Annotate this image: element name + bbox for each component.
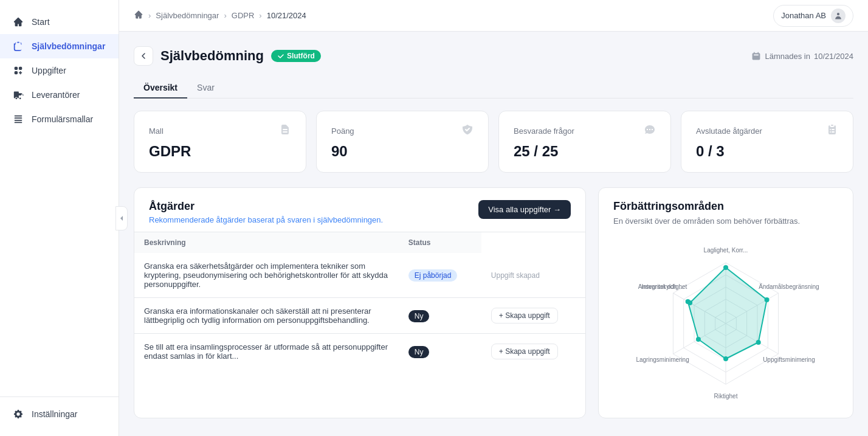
- main-content: › Självbedömningar › GDPR › 10/21/2024 J…: [119, 0, 868, 436]
- sidebar-item-start[interactable]: Start: [0, 10, 119, 34]
- shield-icon: [461, 123, 474, 138]
- radar-subtitle: En översikt över de områden som behöver …: [613, 216, 838, 226]
- stat-card-avslutade: Avslutade åtgärder 0 / 3: [681, 111, 853, 173]
- skapa-uppgift-button[interactable]: + Skapa uppgift: [491, 344, 558, 359]
- stat-value-poang: 90: [331, 143, 474, 160]
- table-row: Granska era säkerhetsåtgärder och implem…: [134, 253, 585, 298]
- badge-label: Slutförd: [287, 52, 315, 60]
- home-breadcrumb-icon: [134, 10, 143, 21]
- page-header: Självbedömning Slutförd Lämnades in 10/2…: [134, 46, 853, 66]
- table-row: Se till att era insamlingsprocesser är u…: [134, 334, 585, 370]
- breadcrumb-sep-3: ›: [259, 11, 261, 20]
- visa-alla-button[interactable]: Visa alla uppgifter →: [478, 200, 571, 219]
- sidebar: Start Självbedömningar Uppgifter Leveran…: [0, 0, 119, 436]
- submitted-date-value: 10/21/2024: [814, 52, 853, 61]
- svg-text:Ändamålsbegränsning: Ändamålsbegränsning: [759, 283, 819, 290]
- sidebar-item-installningar-label: Inställningar: [32, 409, 78, 419]
- svg-text:Ansvarsskyldighet: Ansvarsskyldighet: [638, 283, 687, 290]
- tabs: Översikt Svar: [134, 78, 853, 99]
- sidebar-item-leverantorer[interactable]: Leverantörer: [0, 83, 119, 107]
- stat-label-avslutade: Avslutade åtgärder: [696, 126, 762, 136]
- sidebar-item-uppgifter[interactable]: Uppgifter: [0, 58, 119, 83]
- tab-oversikt[interactable]: Översikt: [134, 78, 187, 99]
- action-description: Se till att era insamlingsprocesser är u…: [134, 334, 399, 370]
- svg-point-14: [765, 297, 770, 302]
- status-badge: Ny: [408, 310, 430, 322]
- task-created-label: Uppgift skapad: [491, 271, 540, 280]
- breadcrumb-date: 10/21/2024: [267, 11, 306, 20]
- stat-card-besvarade: Besvarade frågor 25 / 25: [498, 111, 671, 173]
- skapa-uppgift-button[interactable]: + Skapa uppgift: [491, 308, 558, 324]
- actions-card: Åtgärder Rekommenderade åtgärder baserat…: [134, 187, 586, 418]
- action-description: Granska era informationskanaler och säke…: [134, 298, 399, 334]
- truck-icon: [12, 89, 24, 101]
- list-icon: [826, 123, 838, 138]
- radar-chart: Laglighet, Korr...ÄndamålsbegränsningUpp…: [613, 235, 838, 406]
- breadcrumb-sep-2: ›: [224, 11, 226, 20]
- action-button-cell: + Skapa uppgift: [481, 298, 585, 334]
- home-icon: [12, 16, 24, 28]
- sidebar-collapse-btn[interactable]: [115, 206, 128, 230]
- actions-table-wrapper: Beskrivning Status Granska era säkerhets…: [134, 232, 585, 369]
- svg-point-19: [687, 300, 692, 305]
- svg-point-15: [756, 340, 761, 345]
- sidebar-item-sjalvbedomningar[interactable]: Självbedömningar: [0, 34, 119, 58]
- stat-label-poang: Poäng: [331, 126, 354, 136]
- chat-icon: [644, 123, 656, 138]
- sidebar-item-formularmallar-label: Formulärsmallar: [32, 114, 93, 124]
- user-badge[interactable]: Jonathan AB: [773, 5, 853, 27]
- submitted-info: Lämnades in 10/21/2024: [751, 51, 853, 61]
- breadcrumb-sjalvbedomningar[interactable]: Självbedömningar: [156, 11, 219, 20]
- forms-icon: [12, 113, 24, 125]
- action-button-cell: Uppgift skapad: [481, 253, 585, 298]
- status-badge: Slutförd: [271, 50, 321, 62]
- svg-point-17: [696, 337, 701, 342]
- stat-card-mall: Mall GDPR: [134, 111, 306, 173]
- sidebar-item-leverantorer-label: Leverantörer: [32, 90, 80, 100]
- radar-title: Förbättringsområden: [613, 200, 838, 213]
- actions-title: Åtgärder: [149, 200, 383, 213]
- radar-card: Förbättringsområden En översikt över de …: [598, 187, 853, 418]
- status-badge: Ej påbörjad: [408, 269, 458, 282]
- sidebar-item-formularmallar[interactable]: Formulärsmallar: [0, 107, 119, 131]
- sidebar-item-sjalvbedomningar-label: Självbedömningar: [32, 41, 105, 51]
- sidebar-item-uppgifter-label: Uppgifter: [32, 66, 66, 75]
- sidebar-item-start-label: Start: [32, 17, 50, 27]
- action-status: Ny: [399, 298, 481, 334]
- table-row: Granska era informationskanaler och säke…: [134, 298, 585, 334]
- document-icon: [279, 123, 291, 138]
- actions-table: Beskrivning Status Granska era säkerhets…: [134, 232, 585, 369]
- action-button-cell: + Skapa uppgift: [481, 334, 585, 370]
- status-badge: Ny: [408, 346, 430, 358]
- action-status: Ej påbörjad: [399, 253, 481, 298]
- sidebar-item-installningar[interactable]: Inställningar: [0, 402, 119, 426]
- svg-text:Uppgiftsminimering: Uppgiftsminimering: [763, 356, 815, 363]
- svg-point-13: [723, 265, 728, 270]
- stat-value-mall: GDPR: [149, 143, 291, 160]
- actions-subtitle: Rekommenderade åtgärder baserat på svare…: [149, 215, 383, 224]
- breadcrumb-gdpr[interactable]: GDPR: [232, 11, 255, 20]
- svg-text:Lagringsminimering: Lagringsminimering: [636, 356, 689, 363]
- stat-label-mall: Mall: [149, 126, 164, 136]
- tasks-icon: [12, 64, 24, 77]
- stat-value-besvarade: 25 / 25: [514, 143, 656, 160]
- gear-icon: [12, 408, 24, 420]
- breadcrumb-sep-1: ›: [148, 11, 151, 20]
- svg-point-16: [723, 356, 728, 361]
- actions-header: Åtgärder Rekommenderade åtgärder baserat…: [134, 188, 585, 232]
- page-header-left: Självbedömning Slutförd: [134, 46, 321, 66]
- stat-value-avslutade: 0 / 3: [696, 143, 838, 160]
- back-button[interactable]: [134, 46, 153, 66]
- submitted-label: Lämnades in: [765, 52, 810, 61]
- user-name: Jonathan AB: [781, 11, 826, 20]
- stat-card-poang: Poäng 90: [316, 111, 489, 173]
- svg-text:Laglighet, Korr...: Laglighet, Korr...: [704, 247, 748, 254]
- page-title: Självbedömning: [160, 48, 264, 64]
- breadcrumb: › Självbedömningar › GDPR › 10/21/2024: [134, 10, 306, 21]
- tab-svar[interactable]: Svar: [187, 78, 224, 99]
- col-header-beskrivning: Beskrivning: [134, 232, 399, 254]
- col-header-status: Status: [399, 232, 481, 254]
- action-description: Granska era säkerhetsåtgärder och implem…: [134, 253, 399, 298]
- action-status: Ny: [399, 334, 481, 370]
- bottom-section: Åtgärder Rekommenderade åtgärder baserat…: [134, 187, 853, 418]
